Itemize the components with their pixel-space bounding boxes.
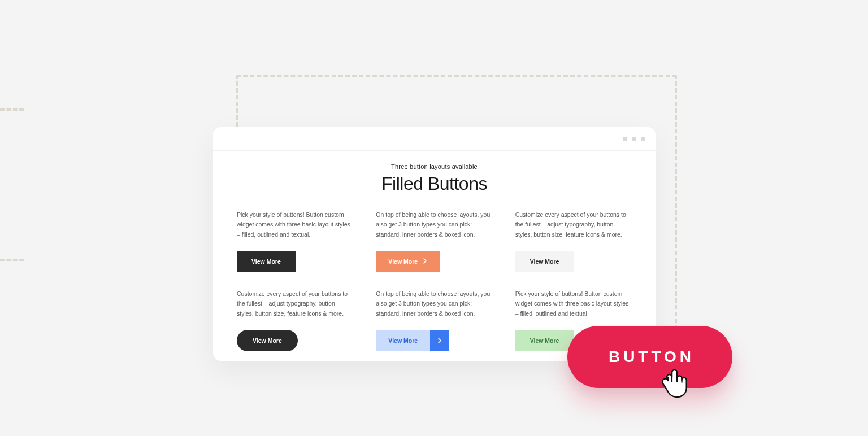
button-label: View More [530,258,559,265]
cta-label: BUTTON [609,348,695,366]
card-description: On top of being able to choose layouts, … [376,289,492,319]
card-description: Customize every aspect of your buttons t… [237,289,353,319]
view-more-button-pill[interactable]: View More [237,330,298,351]
page-subtitle: Three button layouts available [237,163,632,170]
view-more-button-split[interactable]: View More [376,330,449,351]
page-title: Filled Buttons [237,173,632,194]
card: Pick your style of buttons! Button custo… [237,210,353,272]
view-more-button-orange[interactable]: View More [376,251,440,272]
card-description: On top of being able to choose layouts, … [376,210,492,239]
decoration-dashes [0,108,24,111]
view-more-button-light[interactable]: View More [515,251,574,272]
cta-button[interactable]: BUTTON [567,326,732,388]
window-control-dot[interactable] [623,137,627,141]
card-description: Pick your style of buttons! Button custo… [515,289,632,319]
button-label: View More [530,337,559,344]
view-more-button-dark[interactable]: View More [237,251,296,272]
card-description: Pick your style of buttons! Button custo… [237,210,353,239]
chevron-right-icon [423,258,427,265]
window-titlebar [213,127,656,151]
card: On top of being able to choose layouts, … [376,289,492,351]
card: On top of being able to choose layouts, … [376,210,492,272]
browser-window: Three button layouts available Filled Bu… [213,127,656,361]
button-label: View More [388,258,418,265]
chevron-right-icon [430,330,449,351]
card: Customize every aspect of your buttons t… [515,210,632,272]
button-label: View More [253,337,282,344]
button-label: View More [251,258,281,265]
card: Customize every aspect of your buttons t… [237,289,353,351]
decoration-dashes [0,259,24,261]
view-more-button-mint[interactable]: View More [515,330,574,351]
window-control-dot[interactable] [641,137,645,141]
window-control-dot[interactable] [632,137,636,141]
cards-grid: Pick your style of buttons! Button custo… [237,210,632,351]
card-description: Customize every aspect of your buttons t… [515,210,632,239]
button-label: View More [376,330,430,351]
